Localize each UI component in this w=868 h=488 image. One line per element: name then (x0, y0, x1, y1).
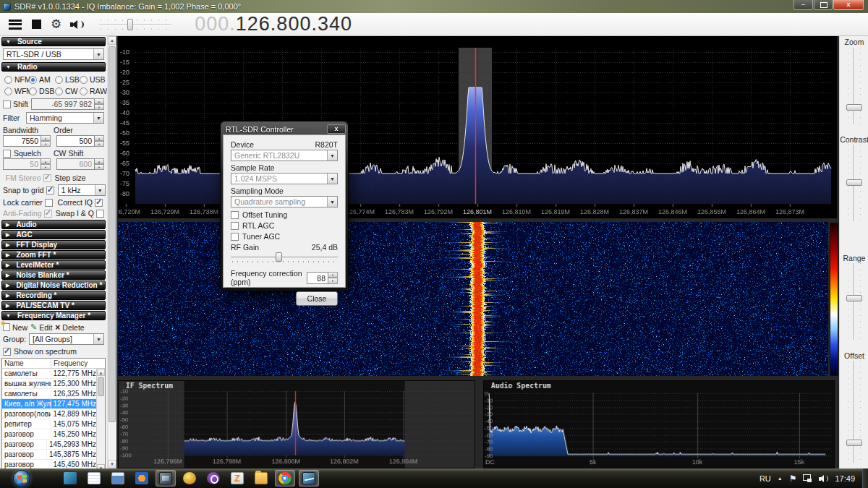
volume-slider[interactable] (99, 17, 171, 32)
step-size-select[interactable]: 1 kHz▼ (58, 184, 106, 196)
mode-cw[interactable]: CW (55, 87, 80, 95)
order-input[interactable]: 500 ▲▼ (56, 135, 104, 147)
sidebar-scrollbar[interactable]: ▲ ▼ (107, 36, 116, 468)
rf-gain-slider[interactable] (231, 252, 338, 262)
slider-track[interactable] (854, 48, 855, 124)
panel-header-pal-secam-tv[interactable]: ▶PAL/SECAM TV * (1, 301, 106, 310)
volume-slider-thumb[interactable] (127, 19, 133, 30)
mode-dsb[interactable]: DSB (29, 87, 55, 95)
explorer-folder-icon[interactable] (252, 471, 271, 486)
spin-down-icon[interactable]: ▼ (41, 164, 51, 170)
spin-down-icon[interactable]: ▼ (328, 278, 338, 284)
panel-header-frequency-manager[interactable]: ▼ Frequency Manager * (1, 311, 106, 320)
spin-up-icon[interactable]: ▲ (41, 135, 51, 141)
bandwidth-input[interactable]: 7550 ▲▼ (3, 135, 51, 147)
zoom-slider-thumb[interactable] (846, 104, 862, 111)
minimize-button[interactable]: – (793, 0, 813, 10)
if-spectrum-panel[interactable] (118, 380, 475, 468)
offset-tuning-checkbox[interactable] (231, 211, 239, 219)
frequency-row[interactable]: репитер145,075 MHz (2, 419, 96, 429)
configure-gear-icon[interactable]: ⚙ (51, 18, 61, 30)
panel-header-noise-blanker[interactable]: ▶Noise Blanker * (1, 270, 106, 280)
mode-nfm[interactable]: NFM (4, 75, 29, 84)
panel-header-levelmeter[interactable]: ▶LevelMeter * (1, 260, 106, 270)
dialog-close-icon[interactable]: x (327, 124, 346, 134)
table-scrollbar[interactable]: ▲ ▼ (96, 369, 105, 468)
offset-slider[interactable]: Offset (840, 351, 868, 473)
filter-select[interactable]: Hamming▼ (26, 112, 104, 124)
start-button[interactable] (13, 470, 30, 487)
group-select[interactable]: [All Groups]▼ (29, 333, 104, 345)
column-frequency[interactable]: Frequency (51, 359, 105, 368)
messenger-icon[interactable] (180, 471, 199, 486)
frequency-row[interactable]: вышка жуляны125,300 MHz (2, 379, 96, 389)
scroll-down-icon[interactable]: ▼ (108, 460, 116, 468)
slider-track[interactable] (854, 361, 855, 463)
spin-down-icon[interactable]: ▼ (95, 141, 104, 147)
squelch-checkbox[interactable] (3, 150, 11, 158)
range-slider-thumb[interactable] (846, 295, 862, 301)
scrollbar-thumb[interactable] (98, 377, 104, 396)
title-bar[interactable]: SDR# v1.0.0.1334 - IQ Imbalance: Gain = … (0, 0, 868, 13)
dialog-title-bar[interactable]: RTL-SDR Controller x (223, 124, 346, 134)
tray-volume-icon[interactable] (819, 474, 828, 483)
correct-iq-checkbox[interactable] (95, 199, 103, 207)
frequency-row[interactable]: разговор(ловит ...142,889 MHz (2, 409, 96, 419)
close-button[interactable]: x (833, 0, 864, 10)
shift-value-input[interactable]: -65 997 982 ▲▼ (31, 98, 104, 110)
source-device-select[interactable]: RTL-SDR / USB▼ (3, 48, 104, 60)
spin-down-icon[interactable]: ▼ (95, 164, 104, 170)
frequency-correction-input[interactable]: 88 ▲▼ (307, 272, 338, 284)
offset-slider-thumb[interactable] (846, 440, 862, 446)
frequency-row[interactable]: разговор145,3875 MHz (2, 450, 96, 460)
show-desktop-button[interactable] (862, 468, 868, 488)
snap-to-grid-checkbox[interactable] (46, 187, 54, 194)
sampling-mode-select[interactable]: Quadrature sampling▼ (231, 196, 338, 207)
delete-frequency-button[interactable]: ×Delete (55, 323, 84, 332)
shift-checkbox[interactable] (3, 100, 11, 108)
action-center-flag-icon[interactable]: ⚑ (789, 474, 797, 484)
zoom-slider[interactable]: Zoom (840, 38, 868, 134)
panel-header-zoom-fft[interactable]: ▶Zoom FFT * (1, 250, 106, 260)
scrollbar-thumb[interactable] (109, 46, 116, 422)
edit-frequency-button[interactable]: ✎Edit (30, 322, 52, 332)
z-archiver-icon[interactable]: Z (228, 471, 247, 486)
spin-up-icon[interactable]: ▲ (328, 272, 338, 278)
rtl-sdr-controller-dialog[interactable]: RTL-SDR Controller x Device R820T Generi… (221, 121, 348, 291)
panel-header-radio[interactable]: ▼ Radio (1, 62, 106, 72)
contrast-slider-thumb[interactable] (846, 179, 862, 186)
contrast-slider[interactable]: Contrast (840, 135, 868, 231)
spin-up-icon[interactable]: ▲ (95, 98, 104, 104)
frequency-row[interactable]: самолеты122,775 MHz (2, 369, 96, 379)
mode-usb[interactable]: USB (80, 75, 106, 84)
column-name[interactable]: Name (2, 359, 51, 368)
spin-up-icon[interactable]: ▲ (95, 158, 104, 164)
sdrsharp-icon[interactable] (299, 471, 318, 486)
image-viewer-icon[interactable] (156, 471, 175, 486)
spin-up-icon[interactable]: ▲ (95, 135, 104, 141)
panel-header-agc[interactable]: ▶AGC (1, 230, 106, 239)
sample-rate-select[interactable]: 1.024 MSPS▼ (231, 173, 338, 184)
network-icon[interactable] (803, 474, 812, 482)
audio-mute-icon[interactable] (70, 20, 86, 30)
app-window-icon[interactable] (109, 471, 127, 486)
show-on-spectrum-checkbox[interactable] (3, 348, 11, 356)
spin-up-icon[interactable]: ▲ (41, 158, 51, 164)
mode-raw[interactable]: RAW (80, 87, 106, 95)
cw-shift-input[interactable]: 600 ▲▼ (56, 158, 104, 170)
panel-header-source[interactable]: ▼ Source (1, 37, 106, 46)
chrome-icon[interactable] (276, 471, 294, 486)
new-frequency-button[interactable]: New (3, 323, 27, 332)
mode-lsb[interactable]: LSB (55, 75, 80, 84)
tuner-agc-checkbox[interactable] (231, 233, 239, 241)
mode-wfm[interactable]: WFM (4, 87, 29, 95)
app-window-blue-icon[interactable] (61, 471, 80, 486)
audio-spectrum-panel[interactable] (483, 380, 835, 468)
slider-track[interactable] (854, 263, 855, 340)
panel-header-digital-noise-reduction[interactable]: ▶Digital Noise Reduction * (1, 281, 106, 290)
media-player-icon[interactable] (132, 471, 151, 486)
swap-iq-checkbox[interactable] (96, 210, 104, 218)
mode-am[interactable]: AM (29, 75, 55, 84)
range-slider[interactable]: Range (840, 254, 868, 350)
rtl-agc-checkbox[interactable] (231, 222, 239, 230)
